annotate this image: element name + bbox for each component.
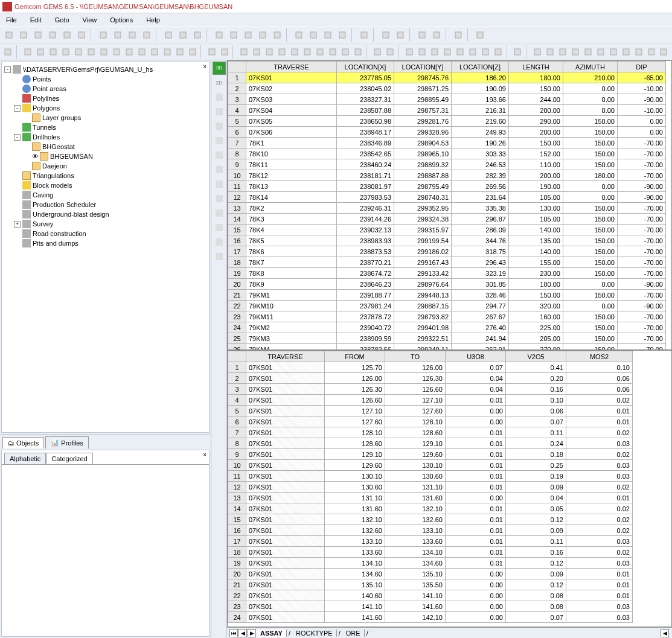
grid-cell[interactable]: 0.16 (506, 547, 566, 558)
grid-cell[interactable]: 140.60 (325, 590, 385, 601)
tree-toggle-icon[interactable]: - (14, 105, 21, 112)
grid-cell[interactable]: 134.60 (385, 558, 446, 569)
tree-item[interactable]: -Drillholes (4, 132, 206, 142)
tool-button[interactable] (415, 28, 429, 42)
row-header[interactable]: 16 (228, 235, 246, 246)
grid-cell[interactable]: 0.02 (566, 449, 633, 460)
col-header[interactable]: TRAVERSE (246, 351, 325, 362)
row-header[interactable]: 18 (228, 547, 246, 558)
grid-cell[interactable]: 132.60 (325, 525, 385, 536)
vtool-button[interactable] (213, 221, 226, 234)
grid-cell[interactable]: 296.43 (452, 257, 509, 268)
grid-cell[interactable]: 07KS01 (246, 503, 325, 514)
grid-cell[interactable]: 150.00 (563, 235, 618, 246)
grid-cell[interactable]: -90.00 (618, 94, 666, 105)
grid-cell[interactable]: -90.00 (618, 181, 666, 192)
close-icon[interactable]: × (203, 451, 206, 458)
grid-cell[interactable]: 07KS01 (246, 558, 325, 569)
grid-cell[interactable]: 132.10 (325, 514, 385, 525)
grid-cell[interactable]: 07KS02 (246, 83, 337, 94)
grid-cell[interactable]: -90.00 (618, 279, 666, 290)
row-header[interactable]: 14 (228, 214, 246, 225)
row-header[interactable]: 24 (228, 322, 246, 333)
tool-button[interactable] (473, 28, 487, 42)
tree-item[interactable]: Point areas (4, 84, 206, 94)
grid-cell[interactable]: 79KM10 (246, 301, 337, 311)
col-header[interactable]: TRAVERSE (246, 62, 337, 72)
tree-label[interactable]: Road construction (33, 230, 86, 237)
row-header[interactable]: 21 (228, 290, 246, 301)
view-2d-button[interactable]: 2D (213, 76, 226, 89)
grid-cell[interactable]: 0.03 (566, 601, 633, 612)
grid-cell[interactable]: 0.07 (506, 416, 566, 427)
grid-cell[interactable]: 129.10 (325, 449, 385, 460)
row-header[interactable]: 23 (228, 601, 246, 612)
grid-cell[interactable]: 07KS01 (246, 373, 325, 384)
vtool-button[interactable] (213, 206, 226, 220)
grid-cell[interactable]: 152.00 (509, 148, 563, 159)
vtool-button[interactable] (213, 250, 226, 263)
grid-cell[interactable]: 78K10 (246, 148, 337, 159)
grid-cell[interactable]: 130.00 (509, 203, 563, 214)
grid-cell[interactable]: 238646.23 (337, 279, 394, 290)
grid-cell[interactable]: 0.02 (566, 503, 633, 514)
grid-cell[interactable]: 0.11 (506, 427, 566, 438)
tool-button[interactable] (227, 28, 240, 42)
nav-first-icon[interactable]: ⏮ (229, 629, 238, 637)
grid-cell[interactable]: 133.10 (325, 536, 385, 547)
tool-button[interactable] (276, 45, 287, 59)
grid-cell[interactable]: 219.60 (452, 116, 509, 127)
tab-objects[interactable]: 🗂Objects (2, 437, 44, 448)
grid-cell[interactable]: 150.00 (563, 290, 618, 301)
grid-cell[interactable]: 276.40 (452, 322, 509, 333)
grid-cell[interactable]: 150.00 (563, 246, 618, 257)
row-header[interactable]: 13 (228, 203, 246, 214)
grid-cell[interactable]: -70.00 (618, 246, 666, 257)
grid-cell[interactable]: 238909.59 (337, 333, 394, 344)
tool-button[interactable] (2, 28, 16, 42)
grid-cell[interactable]: 238460.24 (337, 159, 394, 170)
grid-cell[interactable]: 216.31 (452, 105, 509, 116)
grid-cell[interactable]: 0.00 (563, 192, 618, 203)
tree-item[interactable]: Triangulations (4, 171, 206, 180)
grid-cell[interactable]: 131.60 (385, 493, 446, 503)
grid-cell[interactable]: 0.05 (506, 503, 566, 514)
tool-button[interactable] (307, 28, 320, 42)
grid-cell[interactable]: 78K6 (246, 246, 337, 257)
grid-cell[interactable]: 0.00 (618, 127, 666, 138)
tool-button[interactable] (174, 45, 185, 59)
grid-cell[interactable]: 270.00 (509, 344, 563, 351)
grid-cell[interactable]: 0.00 (446, 612, 506, 623)
tool-button[interactable] (60, 28, 74, 42)
tree-label[interactable]: Polygons (33, 104, 60, 112)
grid-cell[interactable]: 141.60 (325, 612, 385, 623)
grid-cell[interactable]: 298976.64 (394, 279, 452, 290)
grid-cell[interactable]: 0.01 (446, 547, 506, 558)
tree-label[interactable]: Survey (33, 220, 53, 228)
grid-cell[interactable]: 299328.96 (394, 127, 452, 138)
grid-cell[interactable]: 78K8 (246, 268, 337, 279)
row-header[interactable]: 2 (228, 83, 246, 94)
grid-cell[interactable]: 298740.31 (394, 192, 452, 203)
grid-cell[interactable]: 128.10 (385, 416, 446, 427)
grid-cell[interactable]: 262.91 (452, 344, 509, 351)
row-header[interactable]: 26 (228, 344, 246, 351)
tool-button[interactable] (85, 45, 97, 59)
grid-cell[interactable]: 298671.25 (394, 83, 452, 94)
tool-button[interactable] (336, 28, 349, 42)
menu-edit[interactable]: Edit (27, 15, 45, 25)
grid-cell[interactable]: 0.04 (446, 384, 506, 395)
grid-cell[interactable]: 298745.76 (394, 72, 452, 83)
row-header[interactable]: 24 (228, 612, 246, 623)
grid-cell[interactable]: 200.00 (509, 127, 563, 138)
grid-cell[interactable]: 150.00 (509, 138, 563, 148)
grid-cell[interactable]: 0.07 (446, 362, 506, 373)
grid-cell[interactable]: 0.19 (506, 471, 566, 482)
grid-cell[interactable]: -10.00 (618, 105, 666, 116)
grid-cell[interactable]: 78K7 (246, 257, 337, 268)
assay-grid-wrap[interactable]: TRAVERSEFROMTOU3O8V2O5MOS2107KS01125.701… (227, 350, 672, 627)
grid-cell[interactable]: 78K4 (246, 225, 337, 235)
grid-cell[interactable]: 125.70 (325, 362, 385, 373)
assay-grid[interactable]: TRAVERSEFROMTOU3O8V2O5MOS2107KS01125.701… (228, 351, 633, 623)
tree-label[interactable]: Drillholes (33, 133, 60, 141)
